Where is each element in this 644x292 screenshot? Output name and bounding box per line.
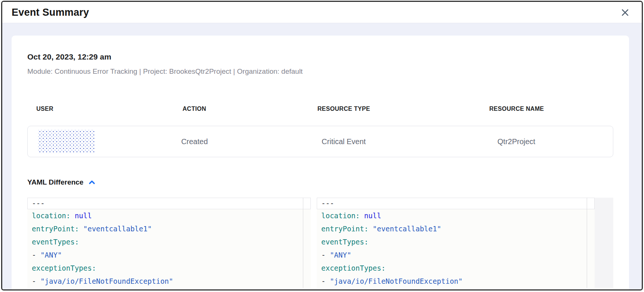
close-icon bbox=[621, 8, 629, 17]
event-summary-modal: Event Summary Oct 20, 2023, 12:29 am Mod… bbox=[1, 1, 643, 291]
event-card: Oct 20, 2023, 12:29 am Module: Continuou… bbox=[12, 36, 629, 289]
page-title: Event Summary bbox=[12, 7, 89, 18]
yaml-difference-label: YAML Difference bbox=[27, 178, 83, 186]
action-cell: Created bbox=[121, 137, 268, 146]
table-row: Created Critical Event Qtr2Project bbox=[27, 126, 613, 157]
close-button[interactable] bbox=[619, 7, 631, 18]
event-timestamp: Oct 20, 2023, 12:29 am bbox=[27, 52, 613, 61]
yaml-code-line: eventTypes: bbox=[317, 235, 595, 249]
yaml-difference-toggle[interactable]: YAML Difference bbox=[27, 178, 96, 186]
user-redacted-pattern bbox=[38, 130, 94, 153]
yaml-code-line: - "ANY" bbox=[317, 249, 595, 262]
yaml-code-line: exceptionTypes: bbox=[317, 262, 595, 275]
yaml-code-line: location: null bbox=[27, 209, 311, 222]
yaml-code-line: --- bbox=[317, 198, 595, 209]
yaml-diff-right-wrap: ---location: nullentryPoint: "eventcalla… bbox=[317, 198, 613, 288]
column-header-user: USER bbox=[27, 106, 121, 112]
yaml-code-left: ---location: nullentryPoint: "eventcalla… bbox=[27, 198, 311, 288]
column-header-resource-name: RESOURCE NAME bbox=[420, 106, 613, 112]
yaml-code-line: entryPoint: "eventcallable1" bbox=[27, 222, 311, 235]
yaml-code-line: --- bbox=[27, 198, 311, 209]
yaml-code-right: ---location: nullentryPoint: "eventcalla… bbox=[317, 198, 595, 288]
yaml-code-line: eventTypes: bbox=[27, 235, 311, 249]
table-header-row: USER ACTION RESOURCE TYPE RESOURCE NAME bbox=[27, 106, 613, 112]
audit-table: USER ACTION RESOURCE TYPE RESOURCE NAME … bbox=[27, 106, 613, 157]
yaml-diff-panels: ---location: nullentryPoint: "eventcalla… bbox=[27, 198, 613, 288]
yaml-code-line: - "ANY" bbox=[27, 249, 311, 262]
yaml-code-line: - "java/io/FileNotFoundException" bbox=[27, 275, 311, 288]
modal-header: Event Summary bbox=[2, 2, 642, 23]
resource-type-cell: Critical Event bbox=[268, 137, 420, 146]
event-meta: Module: Continuous Error Tracking | Proj… bbox=[27, 67, 613, 76]
column-header-resource-type: RESOURCE TYPE bbox=[268, 106, 420, 112]
yaml-code-line: exceptionTypes: bbox=[27, 262, 311, 275]
modal-body: Oct 20, 2023, 12:29 am Module: Continuou… bbox=[2, 23, 642, 289]
yaml-code-line: location: null bbox=[317, 209, 595, 222]
yaml-diff-left-editor[interactable]: ---location: nullentryPoint: "eventcalla… bbox=[27, 198, 311, 288]
yaml-code-line: entryPoint: "eventcallable1" bbox=[317, 222, 595, 235]
user-cell bbox=[28, 130, 121, 153]
yaml-code-line: - "java/io/FileNotFoundException" bbox=[317, 275, 595, 288]
chevron-up-icon bbox=[88, 179, 96, 185]
yaml-diff-right-editor[interactable]: ---location: nullentryPoint: "eventcalla… bbox=[317, 198, 595, 288]
column-header-action: ACTION bbox=[121, 106, 267, 112]
right-panel-scrollbar-track[interactable] bbox=[595, 198, 613, 288]
resource-name-cell: Qtr2Project bbox=[420, 137, 613, 146]
